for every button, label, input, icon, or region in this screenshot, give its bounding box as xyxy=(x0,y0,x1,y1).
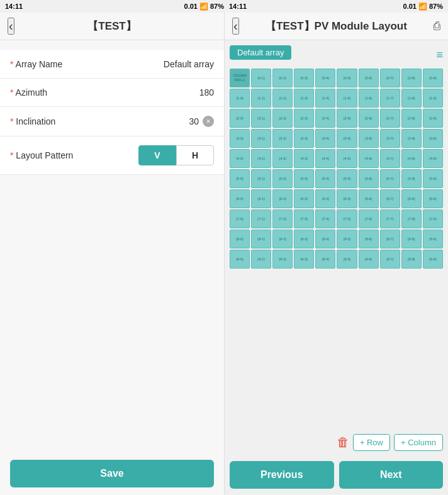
delete-button[interactable]: 🗑 xyxy=(337,435,349,450)
module-cell[interactable]: (9-8) xyxy=(401,250,422,269)
module-cell[interactable]: (5-3) xyxy=(294,169,314,188)
save-icon[interactable]: ⎙ xyxy=(434,19,440,33)
add-row-button[interactable]: + Row xyxy=(353,434,390,451)
save-button[interactable]: Save xyxy=(10,460,214,487)
module-cell[interactable]: (4-2) xyxy=(272,149,293,168)
module-cell[interactable]: (1-7) xyxy=(380,89,400,108)
add-column-button[interactable]: + Column xyxy=(394,434,443,451)
module-cell[interactable]: (9-9) xyxy=(423,250,443,269)
module-cell[interactable]: (7-8) xyxy=(401,209,422,228)
array-tag[interactable]: Default array xyxy=(230,45,291,60)
module-cell[interactable]: (7-7) xyxy=(380,209,400,228)
module-cell[interactable]: (3-0) xyxy=(230,129,250,148)
module-cell[interactable]: (5-8) xyxy=(401,169,422,188)
module-cell[interactable]: (0-7) xyxy=(380,69,400,87)
pattern-v-button[interactable]: V xyxy=(138,145,176,165)
module-cell[interactable]: (7-2) xyxy=(272,209,293,228)
module-cell[interactable]: (0-8) xyxy=(401,69,422,87)
module-cell[interactable]: (5-2) xyxy=(272,169,293,188)
module-cell[interactable]: (2-2) xyxy=(272,109,293,128)
module-cell[interactable]: (3-1) xyxy=(251,129,271,148)
module-cell[interactable]: (2-6) xyxy=(359,109,379,128)
module-cell[interactable]: (7-5) xyxy=(337,209,357,228)
module-cell[interactable]: (4-6) xyxy=(359,149,379,168)
module-cell[interactable]: (7-0) xyxy=(230,209,250,228)
module-cell[interactable]: (9-1) xyxy=(251,250,271,269)
module-cell[interactable]: (4-3) xyxy=(294,149,314,168)
module-cell[interactable]: (8-7) xyxy=(380,230,400,248)
module-cell[interactable]: (0-5) xyxy=(337,69,357,87)
module-cell[interactable]: (1-3) xyxy=(294,89,314,108)
module-cell[interactable]: (8-1) xyxy=(251,230,271,248)
module-cell[interactable]: (2-1) xyxy=(251,109,271,128)
module-cell[interactable]: (5-6) xyxy=(359,169,379,188)
module-cell[interactable]: (3-5) xyxy=(337,129,357,148)
module-cell[interactable]: (0-2) xyxy=(272,69,293,87)
module-cell[interactable]: (4-4) xyxy=(315,149,335,168)
module-cell[interactable]: (3-9) xyxy=(423,129,443,148)
module-cell[interactable]: (8-5) xyxy=(337,230,357,248)
module-cell[interactable]: (6-8) xyxy=(401,189,422,208)
module-cell[interactable]: (6-0) xyxy=(230,189,250,208)
module-cell[interactable]: (1-9) xyxy=(423,89,443,108)
module-cell[interactable]: (4-0) xyxy=(230,149,250,168)
module-cell[interactable]: (9-4) xyxy=(315,250,335,269)
module-cell[interactable]: (8-8) xyxy=(401,230,422,248)
module-cell[interactable]: (0-4) xyxy=(315,69,335,87)
module-cell[interactable]: (3-8) xyxy=(401,129,422,148)
module-cell[interactable]: (5-7) xyxy=(380,169,400,188)
module-cell[interactable]: (0-3) xyxy=(294,69,314,87)
module-cell[interactable]: (5-9) xyxy=(423,169,443,188)
next-button[interactable]: Next xyxy=(339,461,444,489)
module-cell[interactable]: (2-3) xyxy=(294,109,314,128)
module-cell[interactable]: (7-4) xyxy=(315,209,335,228)
module-cell[interactable]: (6-6) xyxy=(359,189,379,208)
module-cell[interactable]: (2-4) xyxy=(315,109,335,128)
module-cell[interactable]: T23184#0401-1 xyxy=(230,69,250,87)
module-cell[interactable]: (8-3) xyxy=(294,230,314,248)
module-cell[interactable]: (7-3) xyxy=(294,209,314,228)
right-back-button[interactable]: ‹ xyxy=(232,18,239,35)
module-cell[interactable]: (7-9) xyxy=(423,209,443,228)
module-cell[interactable]: (7-6) xyxy=(359,209,379,228)
left-back-button[interactable]: ‹ xyxy=(8,18,14,35)
module-cell[interactable]: (5-5) xyxy=(337,169,357,188)
module-cell[interactable]: (3-7) xyxy=(380,129,400,148)
module-cell[interactable]: (6-4) xyxy=(315,189,335,208)
module-cell[interactable]: (3-6) xyxy=(359,129,379,148)
module-cell[interactable]: (4-1) xyxy=(251,149,271,168)
module-cell[interactable]: (9-2) xyxy=(272,250,293,269)
module-cell[interactable]: (6-2) xyxy=(272,189,293,208)
module-cell[interactable]: (1-0) xyxy=(230,89,250,108)
module-cell[interactable]: (6-1) xyxy=(251,189,271,208)
module-cell[interactable]: (1-6) xyxy=(359,89,379,108)
module-cell[interactable]: (3-2) xyxy=(272,129,293,148)
pattern-h-button[interactable]: H xyxy=(176,145,214,165)
module-cell[interactable]: (8-6) xyxy=(359,230,379,248)
module-cell[interactable]: (5-1) xyxy=(251,169,271,188)
module-cell[interactable]: (2-5) xyxy=(337,109,357,128)
module-cell[interactable]: (2-0) xyxy=(230,109,250,128)
module-cell[interactable]: (9-7) xyxy=(380,250,400,269)
module-cell[interactable]: (6-9) xyxy=(423,189,443,208)
module-cell[interactable]: (5-0) xyxy=(230,169,250,188)
module-cell[interactable]: (3-3) xyxy=(294,129,314,148)
module-cell[interactable]: (3-4) xyxy=(315,129,335,148)
module-cell[interactable]: (4-9) xyxy=(423,149,443,168)
module-cell[interactable]: (0-1) xyxy=(251,69,271,87)
module-cell[interactable]: (0-9) xyxy=(423,69,443,87)
module-cell[interactable]: (9-3) xyxy=(294,250,314,269)
module-cell[interactable]: (8-2) xyxy=(272,230,293,248)
module-cell[interactable]: (1-5) xyxy=(337,89,357,108)
module-cell[interactable]: (6-5) xyxy=(337,189,357,208)
module-cell[interactable]: (2-7) xyxy=(380,109,400,128)
module-cell[interactable]: (9-0) xyxy=(230,250,250,269)
inclination-clear-button[interactable]: × xyxy=(203,116,214,127)
module-cell[interactable]: (1-1) xyxy=(251,89,271,108)
module-cell[interactable]: (2-8) xyxy=(401,109,422,128)
module-cell[interactable]: (8-0) xyxy=(230,230,250,248)
previous-button[interactable]: Previous xyxy=(230,461,334,489)
module-cell[interactable]: (6-7) xyxy=(380,189,400,208)
module-cell[interactable]: (1-4) xyxy=(315,89,335,108)
module-cell[interactable]: (1-2) xyxy=(272,89,293,108)
